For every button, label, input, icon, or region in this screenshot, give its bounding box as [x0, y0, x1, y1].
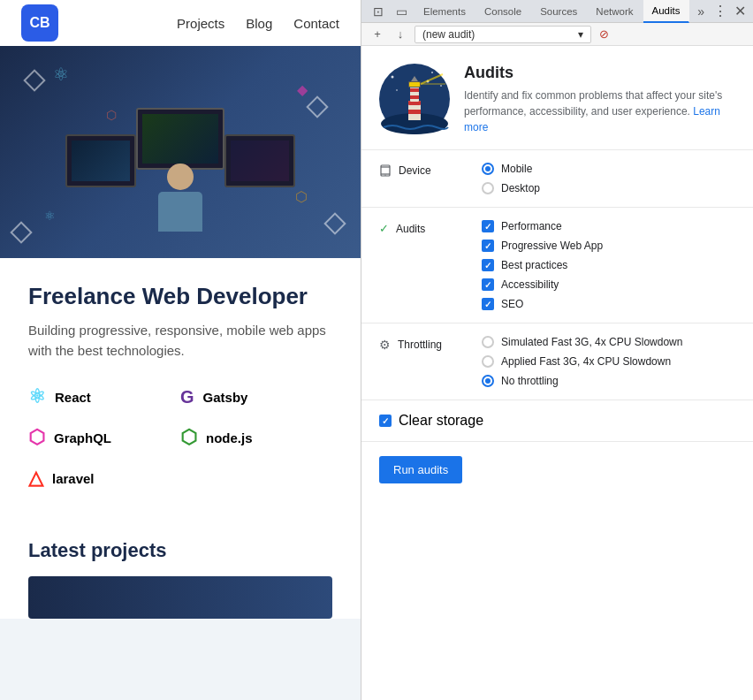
svg-rect-11 [408, 114, 421, 120]
floating-icon-4: ⬡ [106, 108, 117, 122]
nav-bar: CB Projects Blog Contact [0, 0, 361, 46]
graphql-icon: ⬡ [28, 426, 45, 449]
tech-logos: ⚛ React G Gatsby ⬡ GraphQL ⬡ node.js △ l… [28, 385, 332, 490]
seo-checkbox[interactable] [482, 298, 494, 310]
clear-storage-label: Clear storage [399, 413, 483, 429]
hero-illustration [48, 64, 313, 240]
nav-blog[interactable]: Blog [246, 16, 272, 31]
gatsby-icon: G [180, 387, 194, 407]
run-audits-section: Run audits [361, 442, 753, 498]
person-head [167, 164, 194, 190]
floating-icon-5: ⬡ [295, 188, 308, 205]
deco-diamond-4 [323, 212, 346, 234]
deco-diamond-1 [23, 69, 45, 91]
tab-console[interactable]: Console [475, 0, 531, 23]
mobile-radio[interactable] [482, 163, 494, 175]
device-desktop-option[interactable]: Desktop [482, 182, 735, 194]
clear-storage-checkbox[interactable] [379, 415, 392, 427]
nav-projects[interactable]: Projects [177, 16, 224, 31]
audit-pwa[interactable]: Progressive Web App [482, 240, 735, 252]
floating-icon-3: ⚛ [44, 209, 56, 223]
tech-graphql: ⬡ GraphQL [28, 426, 180, 449]
project-bar [28, 576, 332, 619]
tech-gatsby: G Gatsby [180, 385, 332, 408]
tech-laravel: △ laravel [28, 467, 180, 490]
monitor-right [224, 134, 295, 187]
audit-seo[interactable]: SEO [482, 298, 735, 310]
graphql-label: GraphQL [54, 430, 111, 445]
tab-elements[interactable]: Elements [415, 0, 475, 23]
tech-node: ⬡ node.js [180, 426, 332, 449]
audit-header: Audits Identify and fix common problems … [361, 46, 753, 150]
node-label: node.js [206, 430, 253, 445]
nav-contact[interactable]: Contact [293, 16, 339, 31]
devtools-toolbar: + ↓ (new audit) ▾ ⊘ [361, 23, 753, 46]
latest-projects-section: Latest projects [0, 514, 361, 619]
svg-point-1 [392, 76, 394, 79]
device-section: Device Mobile Desktop [361, 150, 753, 208]
logo: CB [21, 4, 58, 42]
throttling-none[interactable]: No throttling [482, 375, 735, 387]
more-tabs-icon[interactable]: » [691, 2, 711, 21]
laravel-label: laravel [52, 471, 95, 486]
devtools-tabs-bar: ⊡ ▭ Elements Console Sources Network Aud… [361, 0, 753, 23]
person-body [158, 192, 202, 232]
person [158, 164, 202, 232]
throttling-label: ⚙ Throttling [379, 336, 468, 352]
audit-selector[interactable]: (new audit) ▾ [415, 26, 591, 43]
desktop-radio[interactable] [482, 182, 494, 194]
clear-storage-section: Clear storage [361, 400, 753, 442]
no-entry-icon[interactable]: ⊘ [597, 27, 611, 42]
throttling-options: Simulated Fast 3G, 4x CPU Slowdown Appli… [482, 336, 735, 387]
accessibility-checkbox[interactable] [482, 278, 494, 291]
hero-title: Freelance Web Developer [28, 283, 332, 310]
device-icon [379, 164, 392, 177]
device-mobile-option[interactable]: Mobile [482, 163, 735, 175]
audits-content: Audits Identify and fix common problems … [361, 46, 753, 700]
latest-projects-title: Latest projects [28, 539, 332, 562]
no-throttling-radio[interactable] [482, 375, 494, 387]
cursor-icon[interactable]: ⊡ [369, 2, 388, 21]
pwa-label: Progressive Web App [501, 240, 603, 252]
device-label: Device [379, 163, 468, 177]
device-icon[interactable]: ▭ [392, 2, 411, 21]
performance-checkbox[interactable] [482, 220, 494, 232]
audit-performance[interactable]: Performance [482, 220, 735, 232]
node-icon: ⬡ [180, 426, 197, 449]
audits-title: Audits [464, 64, 735, 82]
svg-rect-16 [409, 82, 420, 87]
pwa-checkbox[interactable] [482, 240, 494, 252]
svg-point-4 [396, 89, 398, 91]
devtools-more-icon[interactable]: ⋮ [711, 2, 730, 21]
tab-audits[interactable]: Audits [643, 0, 690, 23]
applied-radio[interactable] [482, 355, 494, 368]
forward-icon[interactable]: ↓ [392, 26, 409, 43]
checkmark-icon: ✓ [379, 222, 389, 235]
audit-title-section: Audits Identify and fix common problems … [464, 64, 735, 135]
throttling-simulated[interactable]: Simulated Fast 3G, 4x CPU Slowdown [482, 336, 735, 348]
tech-react: ⚛ React [28, 385, 180, 408]
accessibility-label: Accessibility [501, 278, 559, 291]
svg-rect-14 [410, 95, 419, 99]
audits-section-label: ✓ Audits [379, 220, 468, 235]
audit-accessibility[interactable]: Accessibility [482, 278, 735, 291]
throttling-applied[interactable]: Applied Fast 3G, 4x CPU Slowdown [482, 355, 735, 368]
hero-content: Freelance Web Developer Building progres… [0, 258, 361, 514]
applied-label: Applied Fast 3G, 4x CPU Slowdown [501, 355, 671, 368]
monitor-center [136, 108, 224, 170]
devtools-close-icon[interactable]: ✕ [730, 2, 749, 21]
best-practices-checkbox[interactable] [482, 259, 494, 271]
svg-rect-13 [410, 88, 419, 92]
svg-point-23 [384, 175, 385, 176]
simulated-radio[interactable] [482, 336, 494, 348]
tab-network[interactable]: Network [587, 0, 643, 23]
deco-diamond-3 [10, 221, 32, 243]
audit-best-practices[interactable]: Best practices [482, 259, 735, 271]
mobile-label: Mobile [501, 163, 532, 175]
devtools-panel: ⊡ ▭ Elements Console Sources Network Aud… [361, 0, 753, 700]
run-audits-button[interactable]: Run audits [379, 456, 462, 483]
tab-sources[interactable]: Sources [531, 0, 587, 23]
back-icon[interactable]: + [369, 26, 386, 43]
audits-options: Performance Progressive Web App Best pra… [482, 220, 735, 310]
hero-image: ⚛ ◆ ⚛ ⬡ ⬡ [0, 46, 361, 258]
